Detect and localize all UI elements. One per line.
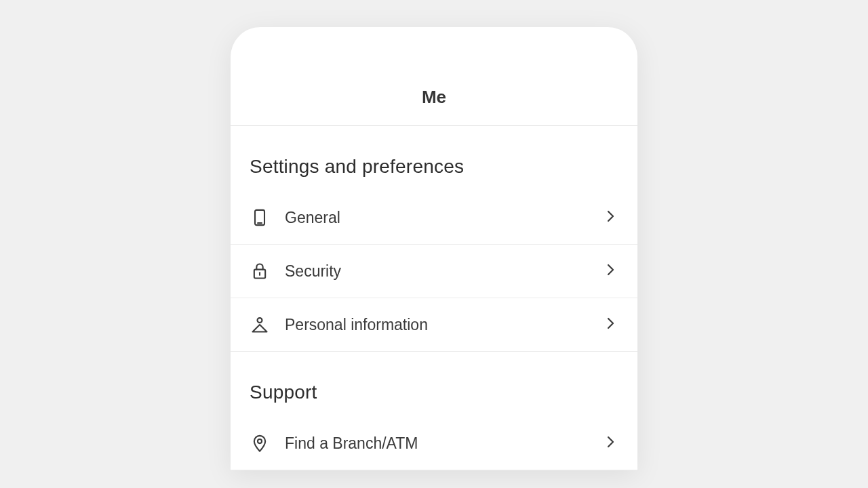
section-header-settings: Settings and preferences	[231, 126, 637, 191]
list-item-label: Personal information	[285, 316, 587, 334]
settings-list: General Security	[231, 191, 637, 352]
location-pin-icon	[250, 433, 270, 453]
list-item-personal[interactable]: Personal information	[231, 298, 637, 352]
list-item-label: Security	[285, 262, 587, 281]
section-title: Settings and preferences	[250, 156, 618, 178]
chevron-right-icon	[602, 208, 618, 227]
lock-icon	[250, 261, 270, 281]
svg-point-5	[258, 439, 262, 443]
list-item-label: Find a Branch/ATM	[285, 434, 587, 453]
list-item-general[interactable]: General	[231, 191, 637, 245]
person-icon	[250, 314, 270, 335]
device-icon	[250, 207, 270, 228]
phone-frame: Me Settings and preferences General	[231, 27, 637, 470]
support-list: Find a Branch/ATM	[231, 417, 637, 470]
page-title: Me	[231, 87, 637, 108]
list-item-label: General	[285, 209, 587, 227]
list-item-find-branch[interactable]: Find a Branch/ATM	[231, 417, 637, 470]
chevron-right-icon	[602, 315, 618, 334]
page-header: Me	[231, 27, 637, 126]
svg-point-4	[258, 318, 262, 323]
section-header-support: Support	[231, 352, 637, 417]
list-item-security[interactable]: Security	[231, 245, 637, 298]
chevron-right-icon	[602, 434, 618, 453]
section-title: Support	[250, 382, 618, 403]
chevron-right-icon	[602, 262, 618, 281]
